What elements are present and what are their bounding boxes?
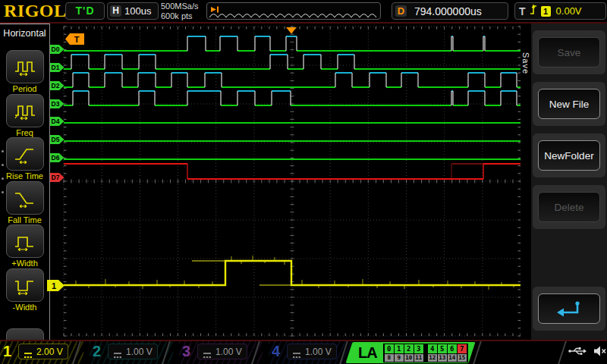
- return-button[interactable]: [538, 293, 600, 324]
- D4-channel-tag[interactable]: D4: [50, 117, 64, 126]
- sidebar-item-fall-time[interactable]: Fall Time: [0, 181, 49, 224]
- la-digit-2: 2: [404, 344, 414, 353]
- svg-text:T: T: [74, 35, 80, 44]
- plus-width-icon: [6, 224, 44, 258]
- digital-waveform-D0: [64, 36, 521, 51]
- sidebar-item-partial[interactable]: [0, 328, 49, 340]
- digital-waveform-D1: [64, 55, 521, 69]
- la-digit-9: 9: [395, 354, 404, 362]
- sidebar-item-rise-time[interactable]: Rise Time: [0, 137, 49, 180]
- trigger-time-flag[interactable]: T: [65, 33, 84, 45]
- la-digit-3: 3: [414, 344, 423, 353]
- la-digit-8: 8: [385, 354, 394, 362]
- la-digit-11: 11: [414, 354, 423, 362]
- coupling-icon: [113, 348, 122, 355]
- channel-1-indicator[interactable]: 12.00 V: [0, 341, 83, 364]
- acquisition-readout: 500MSa/s 600k pts: [161, 2, 199, 21]
- digital-waveform-D2: [64, 73, 521, 87]
- new-file-button[interactable]: New File: [538, 89, 600, 119]
- channel-3-scale-box[interactable]: 1.00 V: [197, 344, 247, 359]
- horizontal-offset-box[interactable]: D 794.000000us: [392, 2, 508, 20]
- trigger-icon: T: [519, 5, 526, 17]
- rise-time-icon: [6, 137, 44, 171]
- trigger-position-marker[interactable]: [286, 27, 297, 34]
- channel-4-scale-value: 1.00 V: [305, 347, 332, 357]
- channel-1-scale-value: 2.00 V: [36, 347, 63, 357]
- bottom-status-bar: 12.00 V21.00 V31.00 V41.00 V LA 01234567…: [0, 340, 607, 364]
- fall-time-icon: [6, 181, 44, 215]
- la-digit-0: 0: [385, 344, 394, 353]
- right-soft-menu: Save SaveNew FileNewFolderDelete: [521, 24, 607, 340]
- minus-width-icon: [6, 268, 44, 302]
- sidebar-item-freq[interactable]: Freq: [0, 94, 49, 137]
- trigger-info-box[interactable]: T 1 0.00V: [514, 2, 606, 20]
- D0-channel-tag[interactable]: D0: [50, 45, 64, 54]
- delay-icon: D: [395, 5, 407, 17]
- delay-value: 794.000000us: [414, 5, 482, 17]
- la-digit-6: 6: [448, 344, 457, 353]
- top-status-bar: RIGOL T'D H 100us 500MSa/s 600k pts D 79…: [0, 0, 607, 24]
- channel-2-indicator[interactable]: 21.00 V: [90, 341, 173, 364]
- graticule: [64, 27, 521, 336]
- channel-3-indicator[interactable]: 31.00 V: [179, 341, 263, 364]
- sidebar-item-label: Fall Time: [0, 215, 49, 224]
- channel-4-number: 4: [272, 343, 280, 360]
- channel-4-scale-box[interactable]: 1.00 V: [287, 344, 337, 359]
- coupling-icon: [292, 348, 301, 355]
- left-menu-title: Horizontal: [0, 24, 49, 42]
- channel-3-scale-value: 1.00 V: [215, 347, 242, 357]
- sidebar-item-width[interactable]: +Width: [0, 224, 49, 268]
- usb-icon: [568, 345, 587, 360]
- la-indicator[interactable]: LA 01234567 89101112131415: [345, 342, 475, 363]
- ch1-channel-tag[interactable]: 1: [47, 280, 64, 291]
- sidebar-item-label: Rise Time: [0, 171, 49, 180]
- channel-2-scale-box[interactable]: 1.00 V: [108, 344, 158, 359]
- svg-text:D1: D1: [52, 64, 60, 71]
- la-digit-7: 7: [458, 344, 467, 353]
- menu-block: [533, 287, 605, 331]
- horizontal-timebase-box[interactable]: H 100us: [107, 2, 159, 20]
- channel-2-scale-value: 1.00 V: [126, 347, 153, 357]
- D3-channel-tag[interactable]: D3: [50, 99, 64, 108]
- sidebar-item-period[interactable]: Period: [0, 50, 49, 93]
- la-digit-4: 4: [428, 344, 437, 353]
- svg-text:D6: D6: [52, 154, 60, 162]
- status-icons: [568, 345, 607, 360]
- trigger-source-badge: 1: [541, 6, 551, 17]
- D5-channel-tag[interactable]: D5: [50, 135, 64, 144]
- newfolder-button[interactable]: NewFolder: [538, 140, 600, 171]
- D6-channel-tag[interactable]: D6: [50, 153, 64, 162]
- menu-block: Save: [533, 30, 605, 74]
- ch1-waveform: [64, 256, 521, 290]
- channel-3-number: 3: [182, 343, 190, 360]
- memory-waveform-preview[interactable]: [206, 2, 381, 20]
- waveform-display: D0D1D2D3D4D5D6D71TT: [46, 24, 521, 340]
- D2-channel-tag[interactable]: D2: [50, 81, 64, 90]
- sidebar-item-width[interactable]: -Width: [0, 268, 49, 312]
- svg-text:D7: D7: [52, 174, 60, 181]
- sidebar-item-label: Freq: [0, 128, 49, 137]
- divider: [558, 341, 567, 364]
- la-digit-5: 5: [438, 344, 447, 353]
- save-button: Save: [538, 37, 600, 67]
- memory-waveform-icon: [209, 9, 377, 23]
- la-digit-grid: 01234567 89101112131415: [383, 344, 468, 362]
- period-icon: [6, 50, 44, 83]
- D1-channel-tag[interactable]: D1: [50, 63, 64, 72]
- rigol-logo: RIGOL: [4, 1, 67, 21]
- h-icon: H: [110, 5, 121, 17]
- channel-1-scale-box[interactable]: 2.00 V: [18, 344, 68, 359]
- menu-block: New File: [533, 82, 605, 126]
- memory-depth: 600k pts: [161, 11, 199, 21]
- sidebar-item-label: +Width: [0, 259, 49, 268]
- coupling-icon: [203, 348, 212, 355]
- svg-text:D2: D2: [52, 82, 60, 89]
- svg-text:D5: D5: [52, 136, 60, 143]
- trigger-slope-icon: [529, 3, 538, 19]
- channel-1-number: 1: [3, 343, 11, 360]
- digital-waveform-D3: [64, 91, 521, 105]
- channel-2-number: 2: [93, 343, 101, 360]
- D7-channel-tag[interactable]: D7: [50, 173, 64, 182]
- la-digit-12: 12: [428, 354, 437, 362]
- la-digit-13: 13: [438, 354, 447, 362]
